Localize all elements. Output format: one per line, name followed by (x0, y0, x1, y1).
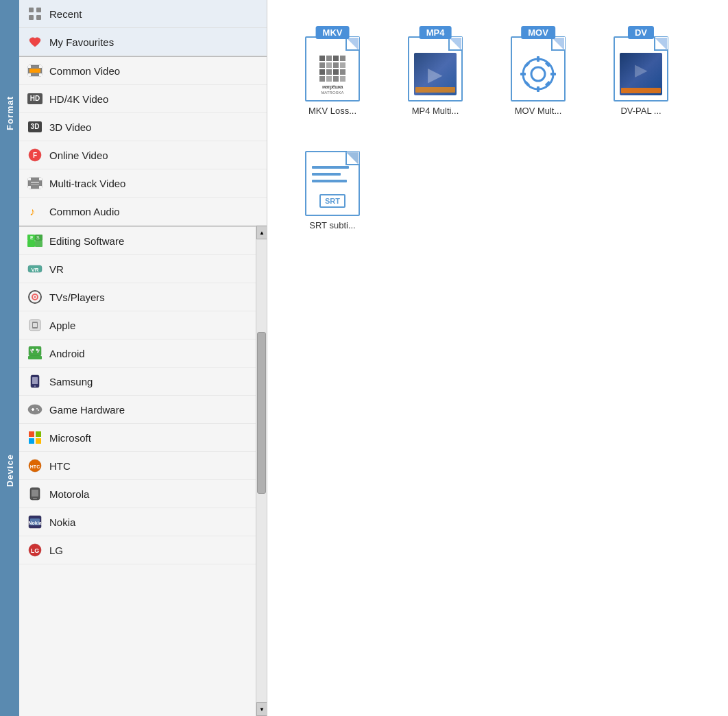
sidebar-item-tvs-players[interactable]: TVs/Players (19, 283, 256, 311)
game-icon (27, 402, 43, 417)
svg-rect-14 (39, 178, 42, 180)
mov-doc (511, 36, 566, 102)
sidebar-item-favourites[interactable]: My Favourites (19, 28, 267, 56)
dv-icon-wrapper: ▶ DV (607, 26, 675, 102)
left-panel: Format Recent (0, 0, 267, 716)
mkv-label: MKV Loss... (308, 106, 356, 116)
file-item-dv[interactable]: ▶ DV DV-PAL ... (596, 21, 685, 121)
sidebar-favourites-label: My Favourites (49, 36, 114, 48)
svg-rect-3 (36, 15, 41, 20)
mkv-icon-wrapper: матрёшка MATROSKA MKV (298, 26, 367, 102)
sidebar-item-editing-software[interactable]: E S Editing Software (19, 226, 256, 255)
scrollbar-track (256, 239, 267, 702)
sidebar-item-multitrack-video[interactable]: Multi-track Video (19, 169, 267, 198)
sidebar-item-lg[interactable]: LG LG (19, 536, 256, 564)
svg-text:E: E (30, 235, 34, 240)
svg-point-44 (28, 405, 42, 414)
sidebar-item-game-hardware[interactable]: Game Hardware (19, 396, 256, 424)
file-item-srt[interactable]: SRT SRT SRT subti... (288, 135, 377, 236)
format-section: Format Recent (0, 0, 267, 226)
mov-label: MOV Mult... (515, 106, 562, 116)
file-item-mov[interactable]: MOV MOV Mult... (494, 21, 583, 121)
svg-point-43 (34, 385, 36, 387)
editing-icon: E S (27, 233, 43, 248)
file-grid: матрёшка MATROSKA MKV MKV Loss... ▶ (281, 14, 714, 243)
sidebar-tvs-players-label: TVs/Players (49, 291, 105, 303)
mp4-label: MP4 Multi... (412, 106, 459, 116)
sidebar-multitrack-video-label: Multi-track Video (49, 178, 125, 189)
sidebar-item-recent[interactable]: Recent (19, 0, 267, 28)
sidebar-item-motorola[interactable]: Motorola (19, 480, 256, 508)
android-icon (27, 346, 43, 361)
file-item-mkv[interactable]: матрёшка MATROSKA MKV MKV Loss... (288, 21, 377, 121)
scrollbar-down-btn[interactable]: ▼ (256, 702, 267, 716)
htc-icon: HTC (27, 458, 43, 473)
sidebar-item-microsoft[interactable]: Microsoft (19, 424, 256, 452)
sidebar-item-apple[interactable]: Apple (19, 311, 256, 339)
svg-rect-34 (33, 323, 37, 327)
device-list[interactable]: E S Editing Software VR (19, 226, 256, 716)
svg-rect-8 (39, 73, 42, 76)
svg-rect-57 (33, 498, 37, 499)
svg-rect-5 (28, 65, 31, 68)
svg-rect-2 (29, 15, 34, 20)
svg-rect-7 (28, 73, 31, 76)
sidebar-item-hd-video[interactable]: HD HD/4K Video (19, 85, 267, 113)
sidebar-item-htc[interactable]: HTC HTC (19, 452, 256, 480)
microsoft-icon (27, 430, 43, 445)
sidebar-item-common-audio[interactable]: ♪ Common Audio (19, 198, 267, 226)
sidebar-item-vr[interactable]: VR VR (19, 255, 256, 283)
svg-point-36 (32, 349, 34, 351)
sidebar-item-online-video[interactable]: F Online Video (19, 141, 267, 169)
svg-rect-65 (537, 56, 539, 62)
srt-doc: SRT (305, 151, 360, 216)
sidebar-item-android[interactable]: Android (19, 339, 256, 368)
svg-rect-0 (29, 8, 34, 12)
3d-icon: 3D (27, 119, 43, 134)
tv-icon (27, 289, 43, 305)
srt-icon-wrapper: SRT SRT (298, 141, 367, 216)
dv-label: DV-PAL ... (620, 106, 661, 116)
sidebar-nokia-label: Nokia (49, 516, 75, 528)
svg-rect-15 (28, 186, 31, 189)
svg-rect-50 (36, 431, 41, 437)
svg-rect-13 (28, 178, 31, 180)
svg-text:S: S (36, 235, 40, 240)
svg-point-48 (38, 409, 39, 411)
svg-rect-1 (36, 8, 41, 12)
device-list-wrapper: E S Editing Software VR (19, 226, 267, 716)
format-tab[interactable]: Format (0, 0, 19, 226)
file-item-mp4[interactable]: ▶ MP4 MP4 Multi... (391, 21, 480, 121)
vr-icon: VR (27, 261, 43, 276)
svg-text:Nokia: Nokia (28, 521, 41, 525)
sidebar-lg-label: LG (49, 545, 63, 556)
sidebar-samsung-label: Samsung (49, 376, 93, 387)
device-tab[interactable]: Device (0, 226, 19, 716)
mp4-badge: MP4 (420, 26, 452, 39)
sidebar-item-common-video[interactable]: Common Video (19, 57, 267, 85)
sidebar-common-video-label: Common Video (49, 65, 120, 77)
lg-icon: LG (27, 542, 43, 558)
svg-rect-67 (520, 73, 526, 75)
mp4-doc: ▶ (408, 36, 463, 102)
mp4-icon-wrapper: ▶ MP4 (401, 26, 470, 102)
samsung-icon (27, 374, 43, 389)
sidebar-common-audio-label: Common Audio (49, 206, 120, 217)
scrollbar-up-btn[interactable]: ▲ (256, 226, 267, 239)
dv-badge: DV (628, 26, 654, 39)
right-panel: матрёшка MATROSKA MKV MKV Loss... ▶ (267, 0, 728, 716)
svg-rect-24 (35, 241, 43, 247)
sidebar-hd-video-label: HD/4K Video (49, 93, 108, 105)
sidebar-item-3d-video[interactable]: 3D 3D Video (19, 113, 267, 141)
apple-icon (27, 318, 43, 333)
film-icon (27, 63, 43, 78)
sidebar-item-samsung[interactable]: Samsung (19, 368, 256, 396)
svg-rect-9 (29, 69, 40, 73)
svg-point-64 (531, 67, 545, 81)
sidebar-item-nokia[interactable]: Nokia Nokia (19, 508, 256, 536)
svg-rect-23 (27, 241, 35, 247)
mkv-doc: матрёшка MATROSKA (305, 36, 360, 102)
scrollbar-thumb[interactable] (257, 332, 266, 494)
svg-text:F: F (33, 152, 37, 159)
grid-icon (27, 6, 43, 21)
